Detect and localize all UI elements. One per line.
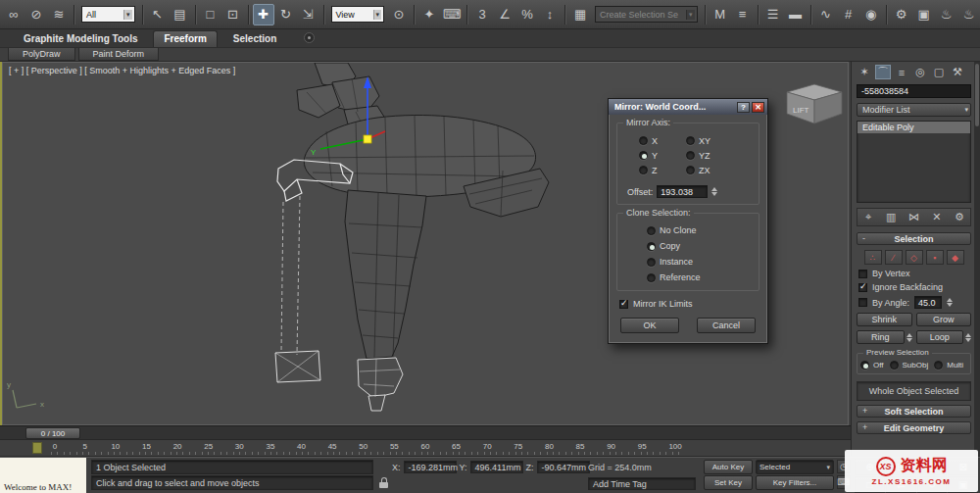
ribbon-tab-freeform[interactable]: Freeform	[153, 30, 217, 47]
hierarchy-tab-icon[interactable]: ≡	[894, 65, 909, 79]
modify-tab-icon[interactable]: ⌒	[875, 65, 891, 79]
polygon-mode-icon[interactable]: ▪	[926, 250, 944, 265]
by-vertex-checkbox[interactable]	[858, 270, 867, 278]
radio-subobj[interactable]: SubObj	[890, 361, 929, 370]
vertex-mode-icon[interactable]: ∴	[864, 250, 882, 265]
mirror-ik-limits-checkbox[interactable]	[619, 300, 628, 309]
radio-off[interactable]: Off	[860, 361, 884, 370]
by-vertex-row[interactable]: By Vertex	[857, 269, 971, 278]
x-coord-field[interactable]: -169.281mm	[404, 461, 457, 473]
selection-lock-icon[interactable]	[379, 477, 389, 489]
radio-x[interactable]: X	[639, 133, 686, 148]
z-coord-field[interactable]: -90.647mm	[537, 461, 590, 473]
configure-modifier-sets-icon[interactable]: ⚙	[952, 210, 967, 224]
graphite-ribbon-toggle-icon[interactable]: ▬	[785, 4, 807, 25]
time-slider-handle[interactable]: 0 / 100	[25, 427, 80, 439]
ok-button[interactable]: OK	[620, 318, 679, 333]
ring-button[interactable]: Ring	[857, 330, 905, 344]
snaps-toggle-icon[interactable]: 3	[471, 4, 493, 25]
loop-spinner[interactable]	[965, 333, 971, 342]
cancel-button[interactable]: Cancel	[697, 318, 756, 333]
set-key-button[interactable]: Set Key	[704, 475, 753, 490]
keyboard-shortcut-override-icon[interactable]: ⌨	[441, 4, 463, 25]
edit-named-selection-sets-icon[interactable]: ▦	[569, 4, 591, 25]
y-coord-field[interactable]: 496.411mm	[470, 461, 523, 473]
radio-instance[interactable]: Instance	[647, 257, 753, 267]
ribbon-tab-selection[interactable]: Selection	[223, 31, 286, 47]
remove-modifier-icon[interactable]: ✕	[929, 210, 945, 224]
select-and-rotate-icon[interactable]: ↻	[275, 4, 297, 25]
reference-coordinate-system-dropdown[interactable]: View▾	[331, 6, 385, 23]
make-unique-icon[interactable]: ⋈	[906, 210, 922, 224]
mirror-dialog-titlebar[interactable]: Mirror: World Coord... ? ✕	[609, 99, 767, 115]
ignore-backfacing-checkbox[interactable]	[858, 283, 867, 292]
create-tab-icon[interactable]: ✶	[857, 65, 872, 79]
mirror-ik-limits-row[interactable]: Mirror IK Limits	[619, 299, 760, 309]
radio-no-clone[interactable]: No Clone	[647, 225, 753, 235]
by-angle-field[interactable]: 45.0	[914, 296, 942, 309]
shrink-button[interactable]: Shrink	[857, 313, 912, 326]
offset-spinner[interactable]	[711, 187, 717, 196]
subtab-polydraw[interactable]: PolyDraw	[8, 48, 75, 61]
ribbon-tab-graphite-modeling-tools[interactable]: Graphite Modeling Tools	[14, 31, 147, 47]
select-and-manipulate-icon[interactable]: ✦	[418, 4, 440, 25]
object-name-field[interactable]: -558038584	[857, 84, 971, 98]
radio-zx[interactable]: ZX	[686, 163, 733, 177]
render-iterative-icon[interactable]: ♨	[958, 4, 980, 25]
track-bar-marker[interactable]	[32, 442, 42, 454]
radio-z[interactable]: Z	[639, 163, 686, 177]
material-editor-icon[interactable]: ◉	[860, 4, 882, 25]
window-crossing-toggle-icon[interactable]: ⊡	[222, 4, 244, 25]
offset-field[interactable]: 193.038	[657, 185, 708, 198]
unlink-selection-icon[interactable]: ⊘	[25, 4, 47, 25]
add-time-tag[interactable]: Add Time Tag	[588, 477, 696, 490]
curve-editor-icon[interactable]: ∿	[815, 4, 837, 25]
bind-to-space-warp-icon[interactable]: ≋	[48, 4, 70, 25]
grow-button[interactable]: Grow	[916, 313, 972, 326]
radio-reference[interactable]: Reference	[647, 272, 753, 282]
ribbon-minimize-button[interactable]	[304, 32, 315, 43]
select-and-link-icon[interactable]: ∞	[3, 4, 24, 25]
layer-manager-icon[interactable]: ☰	[762, 4, 784, 25]
spinner-snap-toggle-icon[interactable]: ↕	[539, 4, 561, 25]
stack-item-editable-poly[interactable]: Editable Poly	[858, 122, 970, 133]
key-selection-dropdown[interactable]: Selected ▾	[756, 460, 834, 474]
use-pivot-point-center-icon[interactable]: ⊙	[388, 4, 410, 25]
rollout-soft-selection[interactable]: Soft Selection	[857, 405, 971, 418]
viewport-label[interactable]: [ + ] [ Perspective ] [ Smooth + Highlig…	[9, 66, 235, 75]
element-mode-icon[interactable]: ◆	[947, 250, 964, 265]
named-selection-sets-dropdown[interactable]: Create Selection Se▾	[595, 6, 698, 23]
rollout-selection[interactable]: Selection	[857, 232, 971, 245]
subtab-paint-deform[interactable]: Paint Deform	[78, 48, 160, 61]
utilities-tab-icon[interactable]: ⚒	[950, 65, 965, 79]
by-angle-checkbox[interactable]	[858, 298, 867, 307]
render-setup-icon[interactable]: ⚙	[891, 4, 912, 25]
time-slider-track[interactable]: 0 / 100	[0, 425, 851, 440]
select-and-scale-icon[interactable]: ⇲	[298, 4, 319, 25]
rollout-edit-geometry[interactable]: Edit Geometry	[857, 421, 971, 434]
panel-scrollbar[interactable]	[974, 62, 980, 457]
auto-key-button[interactable]: Auto Key	[704, 460, 753, 474]
dialog-close-button[interactable]: ✕	[752, 102, 764, 113]
rectangular-selection-region-icon[interactable]: □	[200, 4, 221, 25]
modifier-list-dropdown[interactable]: Modifier List ▾	[857, 103, 971, 117]
align-icon[interactable]: ≡	[732, 4, 754, 25]
angle-snap-toggle-icon[interactable]: ∠	[494, 4, 515, 25]
show-end-result-icon[interactable]: ▥	[883, 210, 899, 224]
rendered-frame-window-icon[interactable]: ▣	[913, 4, 935, 25]
select-and-move-icon[interactable]: ✚	[253, 4, 274, 25]
mirror-icon[interactable]: M	[710, 4, 731, 25]
ring-spinner[interactable]	[906, 333, 912, 342]
radio-xy[interactable]: XY	[686, 133, 733, 148]
selection-filter-dropdown[interactable]: All▾	[81, 6, 135, 23]
percent-snap-toggle-icon[interactable]: %	[516, 4, 538, 25]
ignore-backfacing-row[interactable]: Ignore Backfacing	[857, 282, 971, 292]
render-production-icon[interactable]: ♨	[936, 4, 957, 25]
radio-y[interactable]: Y	[639, 148, 686, 163]
radio-copy[interactable]: Copy	[647, 241, 753, 251]
schematic-view-icon[interactable]: #	[838, 4, 859, 25]
border-mode-icon[interactable]: ◇	[906, 250, 923, 265]
pin-stack-icon[interactable]: ⌖	[860, 210, 876, 224]
display-tab-icon[interactable]: ▢	[931, 65, 947, 79]
track-bar[interactable]: 0510152025303540455055606570758085909510…	[0, 440, 851, 457]
